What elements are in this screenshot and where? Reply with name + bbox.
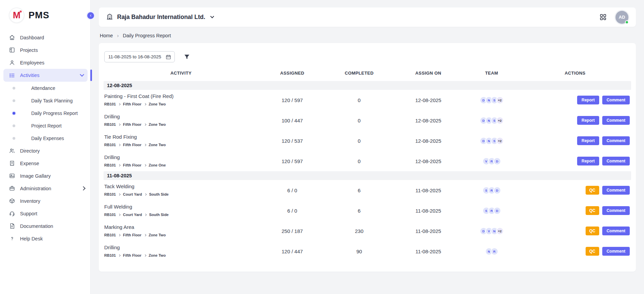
date-range-value: 11-08-2025 to 16-08-2025 — [108, 54, 161, 59]
sidebar-item-administration[interactable]: Administration — [0, 182, 90, 195]
comment-button[interactable]: Comment — [602, 136, 630, 145]
comment-button[interactable]: Comment — [602, 206, 630, 215]
assigned-cell: 6 / 0 — [258, 200, 326, 221]
comment-button[interactable]: Comment — [602, 227, 630, 235]
sidebar-item-label: Image Gallary — [20, 173, 51, 179]
company-selector[interactable]: Raja Bahadur International Ltd. — [106, 13, 214, 21]
completed-cell: 6 — [326, 180, 392, 200]
logo-row: M PMS — [0, 0, 90, 30]
report-button[interactable]: Report — [577, 136, 599, 145]
activity-location-path: RB101Court YardSouth Side — [104, 213, 256, 217]
comment-button[interactable]: Comment — [602, 116, 630, 125]
team-member-avatar: D — [493, 187, 501, 194]
bullet-dot-icon — [13, 137, 15, 140]
sidebar-subitem-daily-progress-report[interactable]: Daily Progress Report — [0, 107, 90, 119]
report-button[interactable]: Report — [577, 157, 599, 165]
row-actions: QCComment — [519, 227, 631, 235]
sidebar-item-dashboard[interactable]: Dashboard — [0, 31, 90, 44]
sidebar-item-directory[interactable]: Directory — [0, 144, 90, 157]
team-avatars: DVN+2 — [464, 227, 519, 235]
completed-cell: 0 — [326, 151, 392, 171]
activity-title: Drilling — [104, 114, 256, 119]
row-actions: ReportComment — [519, 136, 631, 145]
sidebar-item-employees[interactable]: Employees — [0, 56, 90, 69]
comment-button[interactable]: Comment — [602, 157, 630, 165]
sidebar-item-image-gallary[interactable]: Image Gallary — [0, 170, 90, 182]
activity-location-path: RB101Fifth FloorZone Two — [104, 233, 256, 237]
comment-button[interactable]: Comment — [602, 186, 630, 195]
date-range-input[interactable]: 11-08-2025 to 16-08-2025 — [104, 51, 175, 62]
qc-button[interactable]: QC — [586, 247, 599, 256]
expense-icon — [9, 160, 15, 166]
app-title: PMS — [29, 10, 50, 21]
table-row: DrillingRB101Fifth FloorZone Two120 / 44… — [104, 241, 631, 261]
user-avatar[interactable]: AD — [615, 11, 628, 24]
activity-location-path: RB101Fifth FloorZone Two — [104, 143, 256, 147]
sidebar-item-label: Activities — [20, 73, 39, 78]
sidebar-collapse-button[interactable]: ‹ — [86, 11, 95, 20]
company-name: Raja Bahadur International Ltd. — [117, 14, 205, 21]
table-row: DrillingRB101Fifth FloorZone Two100 / 44… — [104, 110, 631, 131]
sidebar-item-label: Expense — [20, 161, 39, 166]
sidebar-subitem-label: Daily Task Planning — [31, 98, 73, 103]
qc-button[interactable]: QC — [586, 186, 599, 195]
help-desk-icon — [9, 236, 15, 242]
activity-cell: DrillingRB101Fifth FloorZone Two — [104, 110, 258, 131]
column-header-completed: COMPLETED — [326, 66, 392, 81]
sidebar-item-support[interactable]: Support — [0, 207, 90, 220]
team-member-avatar: D — [493, 207, 501, 215]
activity-location-path: RB101Fifth FloorZone One — [104, 163, 256, 167]
sidebar-item-documentation[interactable]: Documentation — [0, 220, 90, 232]
sidebar-item-expense[interactable]: Expense — [0, 157, 90, 170]
activity-title: Painting - First Coat (Fire Red) — [104, 93, 256, 99]
path-chevron-icon — [144, 164, 146, 166]
projects-icon — [9, 47, 15, 53]
sidebar-item-projects[interactable]: Projects — [0, 44, 90, 56]
sidebar-nav: DashboardProjectsEmployeesActivitiesAtte… — [0, 30, 90, 246]
path-segment: Fifth Floor — [123, 233, 141, 237]
sidebar-subitem-label: Attendance — [31, 85, 55, 91]
breadcrumb-home[interactable]: Home — [100, 33, 113, 38]
sidebar-item-label: Employees — [20, 60, 44, 65]
sidebar-subitem-project-report[interactable]: Project Report — [0, 119, 90, 132]
activity-cell: Tack WeldingRB101Court YardSouth Side — [104, 180, 258, 200]
sidebar-item-activities[interactable]: Activities — [3, 69, 88, 82]
report-button[interactable]: Report — [577, 116, 599, 125]
sidebar-item-label: Support — [20, 211, 37, 216]
filter-row: 11-08-2025 to 16-08-2025 — [104, 49, 631, 66]
sidebar-subitem-label: Daily Expenses — [31, 136, 64, 141]
activity-title: Full Welding — [104, 204, 256, 210]
sidebar-subitem-daily-expenses[interactable]: Daily Expenses — [0, 132, 90, 144]
comment-button[interactable]: Comment — [602, 96, 630, 104]
bullet-dot-icon — [13, 87, 15, 90]
main-area: Raja Bahadur International Ltd. AD Home … — [91, 0, 644, 294]
path-segment: Fifth Floor — [123, 102, 141, 106]
path-chevron-icon — [118, 164, 121, 166]
path-segment: Fifth Floor — [123, 163, 141, 167]
progress-table: ACTIVITYASSIGNEDCOMPLETEDASSIGN ONTEAMAC… — [104, 66, 631, 261]
apps-grid-icon[interactable] — [600, 14, 607, 21]
sidebar-subitem-daily-task-planning[interactable]: Daily Task Planning — [0, 94, 90, 107]
path-segment: Court Yard — [123, 213, 142, 217]
path-segment: Fifth Floor — [123, 253, 141, 257]
sidebar-item-label: Documentation — [20, 223, 53, 229]
sidebar-item-help-desk[interactable]: Help Desk — [0, 232, 90, 245]
activity-title: Tie Rod Fixing — [104, 134, 256, 140]
activity-cell: Painting - First Coat (Fire Red)RB101Fif… — [104, 90, 258, 110]
sidebar-item-label: Inventory — [20, 198, 40, 204]
team-avatars: DNS+2 — [464, 117, 519, 124]
qc-button[interactable]: QC — [586, 227, 599, 235]
sidebar-item-inventory[interactable]: Inventory — [0, 195, 90, 207]
comment-button[interactable]: Comment — [602, 247, 630, 256]
sidebar: M PMS DashboardProjectsEmployeesActiviti… — [0, 0, 91, 294]
qc-button[interactable]: QC — [586, 206, 599, 215]
sidebar-item-label: Projects — [20, 47, 38, 53]
sidebar-item-label: Dashboard — [20, 35, 44, 40]
date-group-row: 11-08-2025 — [104, 171, 631, 180]
filter-funnel-icon[interactable] — [184, 54, 190, 60]
directory-icon — [9, 148, 15, 154]
path-chevron-icon — [118, 254, 121, 256]
assign-on-cell: 12-08-2025 — [392, 131, 464, 151]
sidebar-subitem-attendance[interactable]: Attendance — [0, 82, 90, 94]
report-button[interactable]: Report — [577, 96, 599, 104]
